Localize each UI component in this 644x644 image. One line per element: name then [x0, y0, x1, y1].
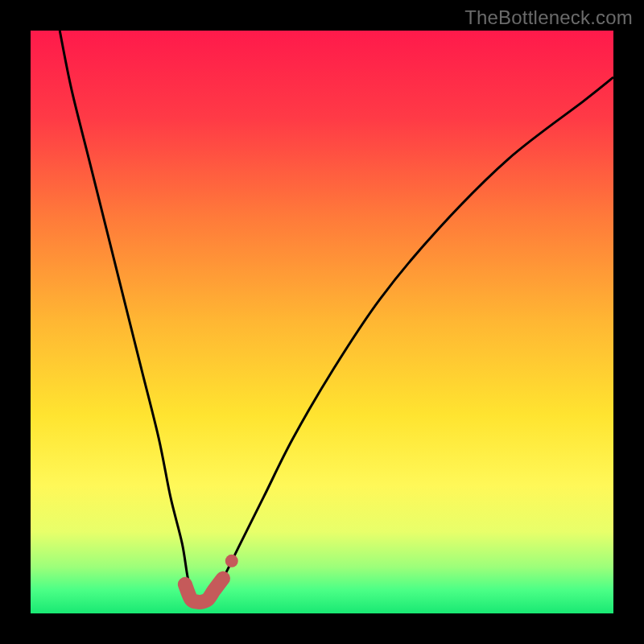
- bottom-dot: [225, 555, 238, 568]
- chart-frame: TheBottleneck.com: [0, 0, 644, 644]
- bottom-highlight: [185, 579, 223, 602]
- watermark-text: TheBottleneck.com: [464, 6, 633, 29]
- plot-area: [31, 31, 613, 613]
- curve-layer: [31, 31, 613, 613]
- bottleneck-curve: [60, 31, 613, 602]
